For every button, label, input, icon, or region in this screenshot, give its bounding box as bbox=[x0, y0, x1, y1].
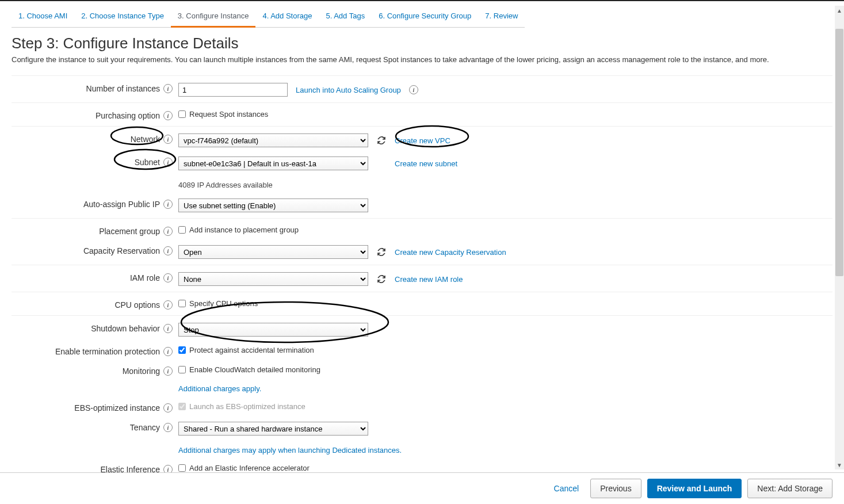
label-placement: Placement group bbox=[99, 227, 160, 236]
next-button[interactable]: Next: Add Storage bbox=[747, 479, 832, 498]
info-icon[interactable]: i bbox=[163, 347, 173, 356]
info-icon[interactable]: i bbox=[163, 423, 173, 432]
auto-ip-select[interactable]: Use subnet setting (Enable) bbox=[178, 198, 368, 212]
tenancy-select[interactable]: Shared - Run a shared hardware instance bbox=[178, 422, 368, 436]
label-subnet: Subnet bbox=[135, 158, 160, 167]
cancel-button[interactable]: Cancel bbox=[548, 479, 585, 498]
iam-select[interactable]: None bbox=[178, 272, 368, 286]
info-icon[interactable]: i bbox=[163, 135, 173, 144]
placement-checkbox[interactable] bbox=[178, 226, 186, 234]
tab-review[interactable]: 7. Review bbox=[478, 8, 525, 28]
page-title: Step 3: Configure Instance Details bbox=[12, 35, 832, 52]
wizard-footer: Cancel Previous Review and Launch Next: … bbox=[0, 472, 844, 504]
label-shutdown: Shutdown behavior bbox=[91, 324, 160, 333]
info-icon[interactable]: i bbox=[163, 84, 173, 93]
create-capacity-link[interactable]: Create new Capacity Reservation bbox=[395, 248, 506, 257]
refresh-icon[interactable] bbox=[376, 274, 387, 284]
monitoring-checkbox[interactable] bbox=[178, 366, 186, 373]
tab-configure-instance[interactable]: 3. Configure Instance bbox=[171, 8, 256, 28]
info-icon[interactable]: i bbox=[163, 403, 173, 413]
subnet-ip-note: 4089 IP Addresses available bbox=[178, 181, 560, 189]
term-protect-checkbox[interactable] bbox=[178, 346, 186, 354]
vertical-scrollbar[interactable]: ▲ ▼ bbox=[835, 6, 844, 469]
scroll-down-icon[interactable]: ▼ bbox=[835, 460, 844, 469]
capacity-select[interactable]: Open bbox=[178, 245, 368, 259]
info-icon[interactable]: i bbox=[163, 200, 173, 209]
spot-checkbox[interactable] bbox=[178, 110, 186, 118]
tab-add-storage[interactable]: 4. Add Storage bbox=[255, 8, 319, 28]
label-iam: IAM role bbox=[130, 273, 160, 282]
wizard-tabs: 1. Choose AMI 2. Choose Instance Type 3.… bbox=[0, 1, 844, 28]
subnet-select[interactable]: subnet-e0e1c3a6 | Default in us-east-1a bbox=[178, 156, 368, 170]
ebs-checkbox bbox=[178, 403, 186, 410]
monitoring-charges-link[interactable]: Additional charges apply. bbox=[178, 384, 261, 393]
spot-label: Request Spot instances bbox=[189, 110, 268, 119]
term-protect-label: Protect against accidental termination bbox=[189, 346, 314, 354]
launch-asg-link[interactable]: Launch into Auto Scaling Group bbox=[296, 86, 401, 94]
network-select[interactable]: vpc-f746a992 (default) bbox=[178, 133, 368, 147]
review-launch-button[interactable]: Review and Launch bbox=[647, 479, 742, 498]
label-network: Network bbox=[131, 135, 160, 144]
previous-button[interactable]: Previous bbox=[590, 479, 641, 498]
info-icon[interactable]: i bbox=[409, 85, 418, 94]
scroll-up-icon[interactable]: ▲ bbox=[835, 6, 844, 15]
monitoring-label: Enable CloudWatch detailed monitoring bbox=[189, 365, 320, 374]
label-num-instances: Number of instances bbox=[86, 84, 160, 93]
create-vpc-link[interactable]: Create new VPC bbox=[395, 136, 450, 145]
create-subnet-link[interactable]: Create new subnet bbox=[395, 159, 457, 168]
cpu-label: Specify CPU options bbox=[189, 299, 258, 308]
tenancy-charges-link[interactable]: Additional charges may apply when launch… bbox=[178, 446, 402, 455]
refresh-icon[interactable] bbox=[376, 135, 387, 146]
label-tenancy: Tenancy bbox=[130, 423, 160, 432]
label-purchasing: Purchasing option bbox=[96, 111, 160, 120]
create-iam-link[interactable]: Create new IAM role bbox=[395, 275, 463, 284]
info-icon[interactable]: i bbox=[163, 273, 173, 282]
info-icon[interactable]: i bbox=[163, 366, 173, 376]
info-icon[interactable]: i bbox=[163, 111, 173, 120]
tab-add-tags[interactable]: 5. Add Tags bbox=[319, 8, 372, 28]
scroll-thumb[interactable] bbox=[835, 29, 843, 276]
elastic-checkbox[interactable] bbox=[178, 464, 186, 472]
label-auto-ip: Auto-assign Public IP bbox=[83, 200, 160, 209]
elastic-label: Add an Elastic Inference accelerator bbox=[189, 464, 310, 472]
info-icon[interactable]: i bbox=[163, 227, 173, 236]
label-ebs: EBS-optimized instance bbox=[74, 403, 160, 413]
placement-label: Add instance to placement group bbox=[189, 226, 299, 234]
label-monitoring: Monitoring bbox=[123, 366, 160, 376]
label-cpu: CPU options bbox=[114, 300, 160, 310]
shutdown-select[interactable]: Stop bbox=[178, 323, 368, 337]
cpu-checkbox[interactable] bbox=[178, 300, 186, 307]
info-icon[interactable]: i bbox=[163, 324, 173, 333]
ebs-label: Launch as EBS-optimized instance bbox=[189, 402, 305, 411]
info-icon[interactable]: i bbox=[163, 158, 173, 167]
info-icon[interactable]: i bbox=[163, 300, 173, 310]
tab-choose-instance-type[interactable]: 2. Choose Instance Type bbox=[74, 8, 171, 28]
refresh-icon[interactable] bbox=[376, 247, 387, 257]
info-icon[interactable]: i bbox=[163, 246, 173, 255]
page-description: Configure the instance to suit your requ… bbox=[12, 55, 832, 65]
label-term-protect: Enable termination protection bbox=[55, 347, 160, 356]
tab-choose-ami[interactable]: 1. Choose AMI bbox=[12, 8, 74, 28]
label-capacity: Capacity Reservation bbox=[83, 246, 160, 255]
tab-configure-security-group[interactable]: 6. Configure Security Group bbox=[372, 8, 478, 28]
num-instances-input[interactable] bbox=[178, 83, 288, 97]
